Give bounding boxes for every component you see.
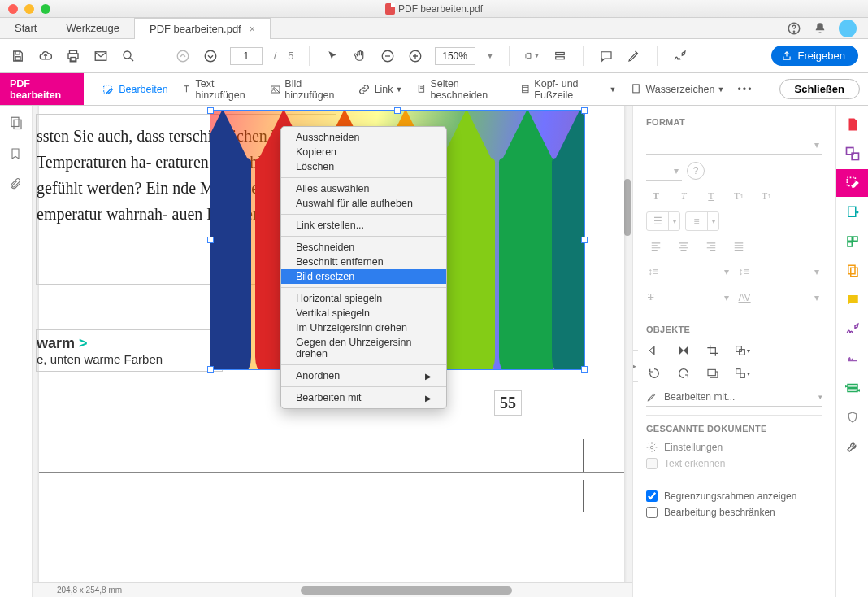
context-menu-item[interactable]: Ausschneiden xyxy=(281,130,446,145)
rotate-ccw-icon[interactable] xyxy=(646,365,662,381)
tab-start[interactable]: Start xyxy=(0,18,51,38)
context-menu-item[interactable]: Kopieren xyxy=(281,145,446,159)
color-picker-icon[interactable]: ? xyxy=(687,162,705,180)
share-button[interactable]: Freigeben xyxy=(771,46,858,66)
show-bounds-checkbox[interactable]: Begrenzungsrahmen anzeigen xyxy=(646,490,822,502)
bullet-list-button[interactable]: ☰▾ xyxy=(646,211,680,231)
horizontal-scale-combo[interactable]: T▾ xyxy=(646,288,732,307)
context-menu-item[interactable]: Löschen xyxy=(281,159,446,174)
align-justify-icon[interactable] xyxy=(729,237,749,255)
zoom-out-icon[interactable] xyxy=(380,48,396,64)
resize-handle[interactable] xyxy=(207,237,214,243)
resize-handle[interactable] xyxy=(581,366,588,373)
print-icon[interactable] xyxy=(65,48,81,64)
email-icon[interactable] xyxy=(93,48,109,64)
zoom-in-icon[interactable] xyxy=(407,48,423,64)
zoom-input[interactable] xyxy=(435,47,475,65)
hand-tool-icon[interactable] xyxy=(352,48,368,64)
tab-tools[interactable]: Werkzeuge xyxy=(51,18,134,38)
page-layout-icon[interactable] xyxy=(552,48,568,64)
line-spacing-combo[interactable]: ↕≡▾ xyxy=(646,262,732,281)
comment-tool-icon[interactable] xyxy=(844,291,861,309)
tool-header-footer[interactable]: Kopf- und Fußzeile▼ xyxy=(520,78,617,101)
text-block-2[interactable]: warm > e, unten warme Farben xyxy=(36,329,223,372)
resize-handle[interactable] xyxy=(394,107,401,114)
numbered-list-button[interactable]: ≡▾ xyxy=(685,211,719,231)
ocr-settings-link[interactable]: Einstellungen xyxy=(646,442,822,453)
close-tool-button[interactable]: Schließen xyxy=(779,79,860,99)
align-objects-icon[interactable]: ▾ xyxy=(734,365,750,381)
more-tools-icon[interactable] xyxy=(844,438,861,455)
edit-pdf-tool-icon[interactable] xyxy=(836,169,869,197)
italic-icon[interactable]: T xyxy=(674,187,693,205)
tool-add-image[interactable]: Bild hinzufügen xyxy=(270,78,345,101)
tool-link[interactable]: Link▼ xyxy=(358,83,403,96)
context-menu-item[interactable]: Auswahl für alle aufheben xyxy=(281,196,446,211)
copy-icon[interactable] xyxy=(844,262,861,280)
page-number-input[interactable] xyxy=(230,47,263,65)
context-menu-item[interactable]: Vertikal spiegeln xyxy=(281,306,446,320)
context-menu-item[interactable]: Gegen den Uhrzeigersinn drehen xyxy=(281,335,446,361)
horizontal-scrollbar[interactable] xyxy=(301,586,627,596)
edit-with-dropdown[interactable]: Bearbeiten mit... ▾ xyxy=(646,388,822,407)
resize-handle[interactable] xyxy=(581,237,588,243)
para-spacing-combo[interactable]: ↕≡▾ xyxy=(737,262,823,281)
align-center-icon[interactable] xyxy=(674,237,693,255)
fit-width-icon[interactable]: ▼ xyxy=(524,48,540,64)
vertical-scrollbar[interactable] xyxy=(624,179,631,236)
align-left-icon[interactable] xyxy=(646,237,666,255)
highlight-icon[interactable] xyxy=(626,48,642,64)
thumbnails-icon[interactable] xyxy=(9,115,24,130)
close-window-button[interactable] xyxy=(8,4,18,14)
close-tab-button[interactable]: × xyxy=(250,24,255,35)
context-menu-item[interactable]: Beschneiden xyxy=(281,240,446,255)
resize-handle[interactable] xyxy=(207,107,214,114)
subscript-icon[interactable]: T1 xyxy=(757,187,776,205)
minimize-window-button[interactable] xyxy=(24,4,34,14)
flip-horizontal-icon[interactable] xyxy=(646,342,662,359)
crop-icon[interactable] xyxy=(705,342,721,359)
attachments-icon[interactable] xyxy=(9,177,24,192)
sign-icon[interactable] xyxy=(672,48,688,64)
rotate-cw-icon[interactable] xyxy=(675,365,692,381)
organize-icon[interactable] xyxy=(844,233,861,251)
zoom-window-button[interactable] xyxy=(41,4,50,14)
user-avatar[interactable] xyxy=(839,20,857,37)
cloud-icon[interactable] xyxy=(37,48,54,64)
fill-sign-icon[interactable] xyxy=(844,320,861,338)
context-menu-item[interactable]: Bild ersetzen xyxy=(281,269,446,284)
document-viewport[interactable]: ssten Sie auch, dass terschiedlichen Wel… xyxy=(33,106,632,597)
context-menu-item[interactable]: Im Uhrzeigersinn drehen xyxy=(281,320,446,335)
page-up-icon[interactable] xyxy=(175,48,191,64)
page-down-icon[interactable] xyxy=(202,48,219,64)
bold-icon[interactable]: T xyxy=(646,187,666,205)
restrict-edit-checkbox[interactable]: Bearbeitung beschränken xyxy=(646,507,822,518)
context-menu-item[interactable]: Anordnen▶ xyxy=(281,368,446,383)
tool-edit[interactable]: Bearbeiten xyxy=(102,83,167,96)
font-size-combo[interactable]: ▾ xyxy=(646,161,682,181)
context-menu-item[interactable]: Link erstellen... xyxy=(281,218,446,233)
flip-vertical-icon[interactable] xyxy=(675,342,692,359)
send-icon[interactable] xyxy=(844,379,861,397)
context-menu-item[interactable]: Horizontal spiegeln xyxy=(281,291,446,306)
bookmarks-icon[interactable] xyxy=(9,146,24,161)
tab-document[interactable]: PDF bearbeiten.pdf × xyxy=(134,18,271,39)
tool-watermark[interactable]: Wasserzeichen▼ xyxy=(630,83,725,95)
underline-icon[interactable]: T xyxy=(701,187,721,205)
collapse-panel-button[interactable]: ▶ xyxy=(632,350,638,382)
ocr-checkbox[interactable]: Text erkennen xyxy=(646,458,822,469)
pointer-tool-icon[interactable] xyxy=(324,48,341,64)
create-pdf-icon[interactable] xyxy=(844,115,861,133)
superscript-icon[interactable]: T1 xyxy=(729,187,749,205)
help-icon[interactable] xyxy=(787,21,801,36)
signature-icon[interactable] xyxy=(844,350,861,368)
combine-icon[interactable] xyxy=(844,145,861,163)
comment-icon[interactable] xyxy=(598,48,614,64)
context-menu-item[interactable]: Alles auswählen xyxy=(281,181,446,196)
resize-handle[interactable] xyxy=(207,366,214,373)
font-family-combo[interactable]: ▾ xyxy=(646,135,822,155)
context-menu-item[interactable]: Bearbeiten mit▶ xyxy=(281,390,446,405)
context-menu-item[interactable]: Beschnitt entfernen xyxy=(281,255,446,269)
tool-add-text[interactable]: Text hinzufügen xyxy=(181,78,257,101)
notifications-icon[interactable] xyxy=(813,21,827,36)
